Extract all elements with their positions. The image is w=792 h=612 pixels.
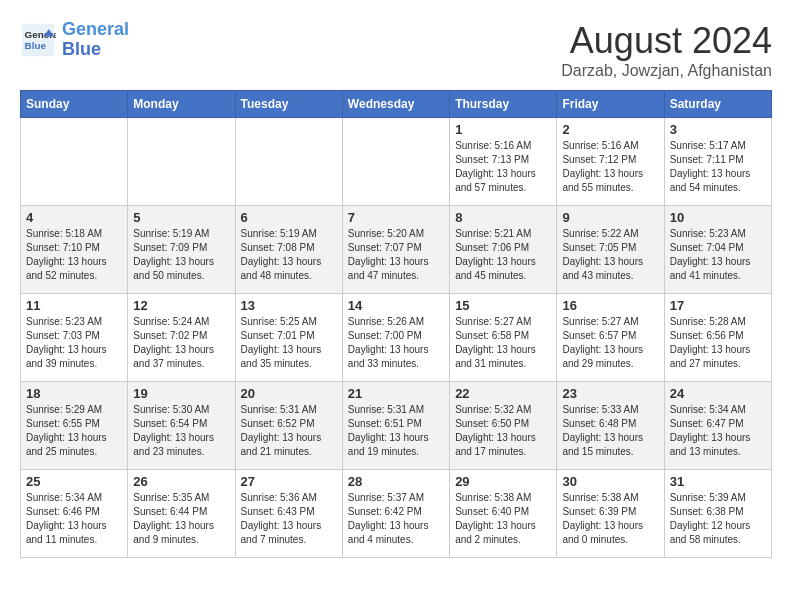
logo: General Blue General Blue — [20, 20, 129, 60]
day-number: 17 — [670, 298, 766, 313]
day-info: Sunrise: 5:32 AM Sunset: 6:50 PM Dayligh… — [455, 403, 551, 459]
day-cell: 7Sunrise: 5:20 AM Sunset: 7:07 PM Daylig… — [342, 206, 449, 294]
day-number: 12 — [133, 298, 229, 313]
logo-icon: General Blue — [20, 22, 56, 58]
day-cell: 6Sunrise: 5:19 AM Sunset: 7:08 PM Daylig… — [235, 206, 342, 294]
header-row: SundayMondayTuesdayWednesdayThursdayFrid… — [21, 91, 772, 118]
day-cell: 5Sunrise: 5:19 AM Sunset: 7:09 PM Daylig… — [128, 206, 235, 294]
day-info: Sunrise: 5:34 AM Sunset: 6:46 PM Dayligh… — [26, 491, 122, 547]
day-number: 22 — [455, 386, 551, 401]
week-row-2: 4Sunrise: 5:18 AM Sunset: 7:10 PM Daylig… — [21, 206, 772, 294]
svg-text:Blue: Blue — [25, 40, 47, 51]
page-title: August 2024 — [561, 20, 772, 62]
day-cell: 21Sunrise: 5:31 AM Sunset: 6:51 PM Dayli… — [342, 382, 449, 470]
day-info: Sunrise: 5:39 AM Sunset: 6:38 PM Dayligh… — [670, 491, 766, 547]
day-info: Sunrise: 5:23 AM Sunset: 7:04 PM Dayligh… — [670, 227, 766, 283]
day-info: Sunrise: 5:35 AM Sunset: 6:44 PM Dayligh… — [133, 491, 229, 547]
day-number: 29 — [455, 474, 551, 489]
day-info: Sunrise: 5:29 AM Sunset: 6:55 PM Dayligh… — [26, 403, 122, 459]
day-cell: 31Sunrise: 5:39 AM Sunset: 6:38 PM Dayli… — [664, 470, 771, 558]
day-info: Sunrise: 5:16 AM Sunset: 7:12 PM Dayligh… — [562, 139, 658, 195]
day-number: 26 — [133, 474, 229, 489]
day-cell: 27Sunrise: 5:36 AM Sunset: 6:43 PM Dayli… — [235, 470, 342, 558]
day-cell: 4Sunrise: 5:18 AM Sunset: 7:10 PM Daylig… — [21, 206, 128, 294]
day-number: 28 — [348, 474, 444, 489]
day-cell: 1Sunrise: 5:16 AM Sunset: 7:13 PM Daylig… — [450, 118, 557, 206]
day-number: 27 — [241, 474, 337, 489]
day-cell: 9Sunrise: 5:22 AM Sunset: 7:05 PM Daylig… — [557, 206, 664, 294]
day-number: 13 — [241, 298, 337, 313]
day-cell: 8Sunrise: 5:21 AM Sunset: 7:06 PM Daylig… — [450, 206, 557, 294]
day-cell: 3Sunrise: 5:17 AM Sunset: 7:11 PM Daylig… — [664, 118, 771, 206]
day-info: Sunrise: 5:24 AM Sunset: 7:02 PM Dayligh… — [133, 315, 229, 371]
day-number: 21 — [348, 386, 444, 401]
day-number: 7 — [348, 210, 444, 225]
column-header-saturday: Saturday — [664, 91, 771, 118]
page-header: General Blue General Blue August 2024 Da… — [20, 20, 772, 80]
day-info: Sunrise: 5:28 AM Sunset: 6:56 PM Dayligh… — [670, 315, 766, 371]
logo-text: General Blue — [62, 20, 129, 60]
day-number: 31 — [670, 474, 766, 489]
day-info: Sunrise: 5:20 AM Sunset: 7:07 PM Dayligh… — [348, 227, 444, 283]
column-header-tuesday: Tuesday — [235, 91, 342, 118]
day-info: Sunrise: 5:34 AM Sunset: 6:47 PM Dayligh… — [670, 403, 766, 459]
column-header-sunday: Sunday — [21, 91, 128, 118]
day-cell — [21, 118, 128, 206]
day-number: 6 — [241, 210, 337, 225]
day-info: Sunrise: 5:19 AM Sunset: 7:09 PM Dayligh… — [133, 227, 229, 283]
day-info: Sunrise: 5:26 AM Sunset: 7:00 PM Dayligh… — [348, 315, 444, 371]
day-number: 3 — [670, 122, 766, 137]
day-info: Sunrise: 5:25 AM Sunset: 7:01 PM Dayligh… — [241, 315, 337, 371]
day-info: Sunrise: 5:31 AM Sunset: 6:51 PM Dayligh… — [348, 403, 444, 459]
day-info: Sunrise: 5:37 AM Sunset: 6:42 PM Dayligh… — [348, 491, 444, 547]
day-cell — [342, 118, 449, 206]
day-cell: 26Sunrise: 5:35 AM Sunset: 6:44 PM Dayli… — [128, 470, 235, 558]
day-number: 16 — [562, 298, 658, 313]
day-cell: 10Sunrise: 5:23 AM Sunset: 7:04 PM Dayli… — [664, 206, 771, 294]
day-number: 10 — [670, 210, 766, 225]
day-cell: 24Sunrise: 5:34 AM Sunset: 6:47 PM Dayli… — [664, 382, 771, 470]
week-row-4: 18Sunrise: 5:29 AM Sunset: 6:55 PM Dayli… — [21, 382, 772, 470]
day-cell — [128, 118, 235, 206]
day-info: Sunrise: 5:27 AM Sunset: 6:58 PM Dayligh… — [455, 315, 551, 371]
day-cell: 19Sunrise: 5:30 AM Sunset: 6:54 PM Dayli… — [128, 382, 235, 470]
day-number: 14 — [348, 298, 444, 313]
page-subtitle: Darzab, Jowzjan, Afghanistan — [561, 62, 772, 80]
day-cell: 2Sunrise: 5:16 AM Sunset: 7:12 PM Daylig… — [557, 118, 664, 206]
day-number: 23 — [562, 386, 658, 401]
day-cell: 28Sunrise: 5:37 AM Sunset: 6:42 PM Dayli… — [342, 470, 449, 558]
day-cell: 11Sunrise: 5:23 AM Sunset: 7:03 PM Dayli… — [21, 294, 128, 382]
day-cell: 29Sunrise: 5:38 AM Sunset: 6:40 PM Dayli… — [450, 470, 557, 558]
day-number: 11 — [26, 298, 122, 313]
day-info: Sunrise: 5:31 AM Sunset: 6:52 PM Dayligh… — [241, 403, 337, 459]
day-number: 4 — [26, 210, 122, 225]
day-number: 30 — [562, 474, 658, 489]
logo-line1: General — [62, 19, 129, 39]
day-number: 15 — [455, 298, 551, 313]
day-info: Sunrise: 5:16 AM Sunset: 7:13 PM Dayligh… — [455, 139, 551, 195]
day-number: 1 — [455, 122, 551, 137]
day-cell: 14Sunrise: 5:26 AM Sunset: 7:00 PM Dayli… — [342, 294, 449, 382]
day-cell: 25Sunrise: 5:34 AM Sunset: 6:46 PM Dayli… — [21, 470, 128, 558]
column-header-wednesday: Wednesday — [342, 91, 449, 118]
day-cell — [235, 118, 342, 206]
day-info: Sunrise: 5:38 AM Sunset: 6:39 PM Dayligh… — [562, 491, 658, 547]
column-header-monday: Monday — [128, 91, 235, 118]
day-cell: 20Sunrise: 5:31 AM Sunset: 6:52 PM Dayli… — [235, 382, 342, 470]
day-number: 8 — [455, 210, 551, 225]
day-info: Sunrise: 5:30 AM Sunset: 6:54 PM Dayligh… — [133, 403, 229, 459]
day-number: 19 — [133, 386, 229, 401]
week-row-1: 1Sunrise: 5:16 AM Sunset: 7:13 PM Daylig… — [21, 118, 772, 206]
day-number: 20 — [241, 386, 337, 401]
day-cell: 22Sunrise: 5:32 AM Sunset: 6:50 PM Dayli… — [450, 382, 557, 470]
day-number: 9 — [562, 210, 658, 225]
day-info: Sunrise: 5:38 AM Sunset: 6:40 PM Dayligh… — [455, 491, 551, 547]
title-area: August 2024 Darzab, Jowzjan, Afghanistan — [561, 20, 772, 80]
day-info: Sunrise: 5:27 AM Sunset: 6:57 PM Dayligh… — [562, 315, 658, 371]
day-cell: 18Sunrise: 5:29 AM Sunset: 6:55 PM Dayli… — [21, 382, 128, 470]
day-info: Sunrise: 5:22 AM Sunset: 7:05 PM Dayligh… — [562, 227, 658, 283]
day-info: Sunrise: 5:36 AM Sunset: 6:43 PM Dayligh… — [241, 491, 337, 547]
day-cell: 12Sunrise: 5:24 AM Sunset: 7:02 PM Dayli… — [128, 294, 235, 382]
week-row-5: 25Sunrise: 5:34 AM Sunset: 6:46 PM Dayli… — [21, 470, 772, 558]
day-info: Sunrise: 5:19 AM Sunset: 7:08 PM Dayligh… — [241, 227, 337, 283]
